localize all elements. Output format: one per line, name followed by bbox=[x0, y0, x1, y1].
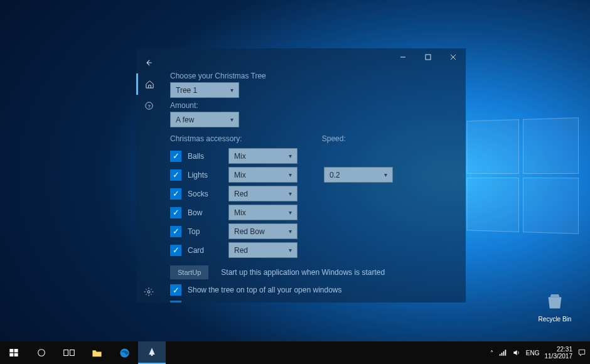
svg-rect-11 bbox=[70, 350, 75, 356]
sidebar: ? bbox=[136, 48, 161, 302]
taskbar: ˄ ENG 22:3111/3/2017 bbox=[0, 341, 590, 364]
socks-select[interactable]: Red▾ bbox=[228, 186, 298, 201]
card-label: Card bbox=[188, 246, 222, 255]
chevron-down-icon: ▾ bbox=[289, 153, 292, 159]
bow-checkbox[interactable]: ✓ bbox=[170, 207, 181, 218]
amount-select[interactable]: A few▾ bbox=[170, 112, 239, 127]
bow-label: Bow bbox=[188, 208, 222, 217]
top-select[interactable]: Red Bow▾ bbox=[228, 223, 298, 239]
show-top-label: Show the tree on top of all your open wi… bbox=[188, 286, 341, 294]
svg-text:?: ? bbox=[148, 103, 151, 109]
balls-label: Balls bbox=[188, 152, 222, 161]
svg-rect-7 bbox=[9, 353, 13, 356]
lights-checkbox[interactable]: ✓ bbox=[170, 169, 181, 181]
startup-text: Start up this application when Windows i… bbox=[221, 268, 385, 277]
recycle-bin-label: Recycle Bin bbox=[539, 316, 572, 323]
show-days-checkbox[interactable]: ✓ bbox=[170, 301, 181, 302]
svg-rect-6 bbox=[14, 349, 18, 352]
amount-label: Amount: bbox=[170, 101, 457, 110]
svg-rect-4 bbox=[426, 55, 431, 60]
balls-select[interactable]: Mix▾ bbox=[228, 148, 298, 164]
home-button[interactable] bbox=[136, 73, 161, 95]
maximize-button[interactable] bbox=[416, 48, 441, 66]
show-top-checkbox[interactable]: ✓ bbox=[170, 284, 181, 296]
close-button[interactable] bbox=[441, 48, 466, 66]
top-label: Top bbox=[188, 227, 222, 236]
top-checkbox[interactable]: ✓ bbox=[170, 226, 181, 237]
network-icon[interactable] bbox=[498, 348, 507, 357]
volume-icon[interactable] bbox=[512, 348, 521, 357]
titlebar bbox=[136, 48, 466, 66]
chevron-down-icon: ▾ bbox=[289, 247, 292, 254]
speed-header: Speed: bbox=[322, 134, 346, 143]
minimize-button[interactable] bbox=[390, 48, 416, 66]
chevron-down-icon: ▾ bbox=[230, 87, 233, 94]
accessory-header: Christmas accessory: bbox=[170, 134, 242, 143]
socks-label: Socks bbox=[188, 190, 222, 198]
windows-desktop-logo bbox=[467, 117, 579, 234]
edge-button[interactable] bbox=[110, 341, 138, 364]
svg-point-2 bbox=[148, 291, 150, 293]
settings-window: ? Choose your Christmas Tree Tree 1▾ Amo… bbox=[136, 48, 466, 302]
svg-rect-13 bbox=[151, 355, 153, 356]
settings-button[interactable] bbox=[136, 281, 161, 302]
svg-rect-10 bbox=[64, 350, 68, 356]
tray-chevron-icon[interactable]: ˄ bbox=[490, 350, 493, 356]
system-tray: ˄ ENG 22:3111/3/2017 bbox=[490, 346, 590, 360]
svg-point-9 bbox=[38, 350, 45, 356]
chevron-down-icon: ▾ bbox=[289, 228, 292, 235]
chevron-down-icon: ▾ bbox=[289, 171, 292, 178]
card-select[interactable]: Red▾ bbox=[228, 242, 298, 258]
bow-select[interactable]: Mix▾ bbox=[228, 205, 298, 220]
speed-select[interactable]: 0.2▾ bbox=[324, 167, 393, 183]
action-center-icon[interactable] bbox=[577, 348, 586, 357]
chevron-down-icon: ▾ bbox=[230, 116, 233, 123]
chevron-down-icon: ▾ bbox=[289, 209, 292, 216]
content-area: Choose your Christmas Tree Tree 1▾ Amoun… bbox=[161, 66, 466, 302]
help-button[interactable]: ? bbox=[136, 95, 161, 116]
chevron-down-icon: ▾ bbox=[289, 190, 292, 197]
start-button[interactable] bbox=[0, 341, 28, 364]
cortana-button[interactable] bbox=[28, 341, 55, 364]
chevron-down-icon: ▾ bbox=[384, 171, 387, 178]
task-view-button[interactable] bbox=[55, 341, 83, 364]
show-days-label: Show the days before Christmas in the wi… bbox=[188, 302, 341, 302]
svg-rect-5 bbox=[9, 349, 13, 352]
recycle-bin-icon bbox=[544, 291, 566, 313]
heading: Choose your Christmas Tree bbox=[170, 72, 457, 80]
svg-rect-8 bbox=[14, 353, 18, 356]
card-checkbox[interactable]: ✓ bbox=[170, 245, 181, 256]
language-indicator[interactable]: ENG bbox=[526, 350, 540, 356]
tree-select[interactable]: Tree 1▾ bbox=[170, 82, 239, 98]
lights-select[interactable]: Mix▾ bbox=[228, 167, 298, 183]
clock[interactable]: 22:3111/3/2017 bbox=[545, 346, 573, 360]
lights-label: Lights bbox=[188, 171, 222, 179]
app-button[interactable] bbox=[138, 341, 166, 364]
back-button[interactable] bbox=[136, 52, 161, 73]
startup-button[interactable]: StartUp bbox=[170, 265, 208, 279]
recycle-bin[interactable]: Recycle Bin bbox=[536, 291, 574, 323]
balls-checkbox[interactable]: ✓ bbox=[170, 151, 181, 162]
file-explorer-button[interactable] bbox=[83, 341, 110, 364]
socks-checkbox[interactable]: ✓ bbox=[170, 188, 181, 200]
